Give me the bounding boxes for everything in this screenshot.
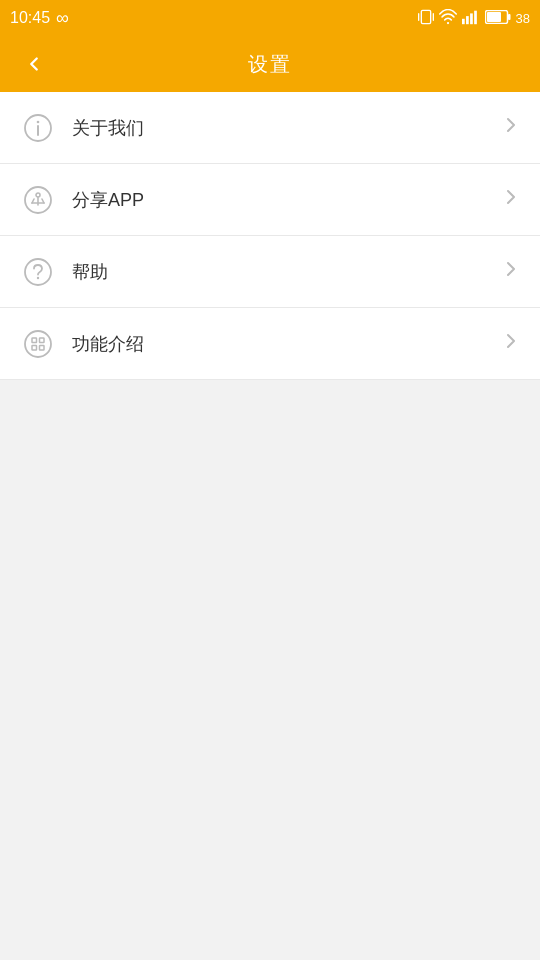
help-icon xyxy=(20,254,56,290)
svg-point-20 xyxy=(25,259,51,285)
menu-item-features[interactable]: 功能介绍 xyxy=(0,308,540,380)
help-label: 帮助 xyxy=(72,260,502,284)
svg-rect-10 xyxy=(508,14,511,20)
svg-rect-24 xyxy=(40,338,45,343)
svg-point-22 xyxy=(25,331,51,357)
menu-item-about[interactable]: 关于我们 xyxy=(0,92,540,164)
about-label: 关于我们 xyxy=(72,116,502,140)
vibrate-icon xyxy=(418,9,434,28)
share-chevron xyxy=(502,188,520,211)
menu-item-share[interactable]: 分享APP xyxy=(0,164,540,236)
page-title: 设置 xyxy=(248,51,292,78)
features-label: 功能介绍 xyxy=(72,332,502,356)
help-chevron xyxy=(502,260,520,283)
svg-rect-9 xyxy=(487,12,501,22)
menu-item-help[interactable]: 帮助 xyxy=(0,236,540,308)
share-label: 分享APP xyxy=(72,188,502,212)
svg-point-13 xyxy=(37,120,40,123)
status-right: 38 xyxy=(418,9,530,28)
signal-icon xyxy=(462,9,480,28)
grid-icon xyxy=(20,326,56,362)
about-chevron xyxy=(502,116,520,139)
settings-menu: 关于我们 分享APP xyxy=(0,92,540,380)
status-time: 10:45 xyxy=(10,9,50,27)
svg-rect-7 xyxy=(474,10,477,24)
svg-rect-4 xyxy=(462,18,465,23)
page-header: 设置 xyxy=(0,36,540,92)
share-icon xyxy=(20,182,56,218)
battery-level: 38 xyxy=(516,11,530,26)
status-left: 10:45 ∞ xyxy=(10,8,69,29)
svg-rect-0 xyxy=(421,10,430,23)
status-bar: 10:45 ∞ xyxy=(0,0,540,36)
svg-rect-6 xyxy=(470,13,473,24)
status-infinity-icon: ∞ xyxy=(56,8,69,29)
battery-icon xyxy=(485,10,511,27)
svg-rect-23 xyxy=(32,338,37,343)
svg-rect-5 xyxy=(466,16,469,24)
svg-point-21 xyxy=(37,276,39,278)
info-icon xyxy=(20,110,56,146)
svg-point-3 xyxy=(446,21,448,23)
svg-rect-25 xyxy=(32,345,37,350)
back-button[interactable] xyxy=(16,46,52,82)
wifi-icon xyxy=(439,9,457,28)
svg-rect-26 xyxy=(40,345,45,350)
features-chevron xyxy=(502,332,520,355)
